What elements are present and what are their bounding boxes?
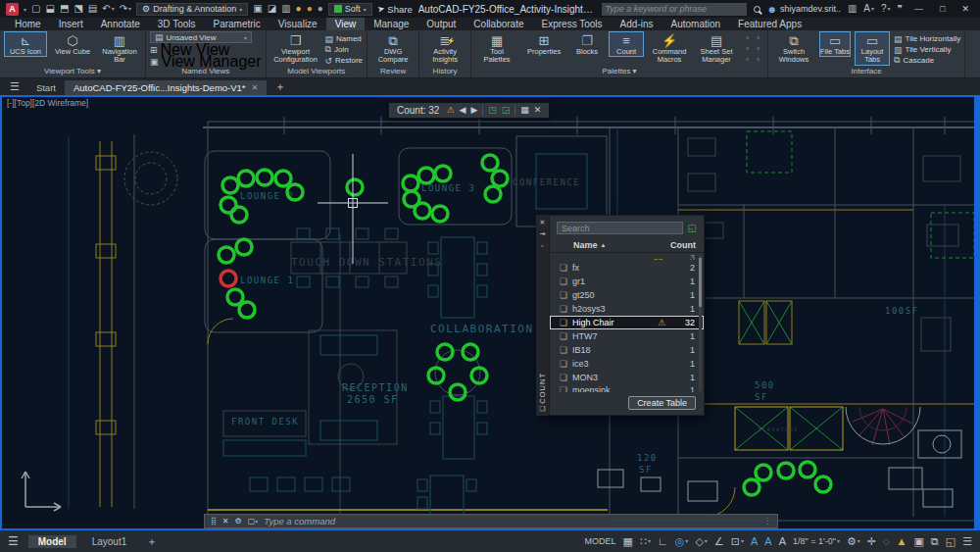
close-icon[interactable]: ✕ xyxy=(534,106,542,115)
minimize-button[interactable]: — xyxy=(909,4,928,14)
ribbon-tab-visualize[interactable]: Visualize xyxy=(270,18,326,30)
save-to-web-icon[interactable]: ◪ xyxy=(268,4,276,14)
annotation-monitor-icon[interactable]: ✛ xyxy=(867,536,876,547)
count-marker-highlight[interactable] xyxy=(482,155,498,171)
ribbon-tab-view[interactable]: View xyxy=(326,18,366,30)
layout1-tab[interactable]: Layout1 xyxy=(82,535,137,548)
ortho-mode-icon[interactable]: ∟ xyxy=(658,536,668,547)
palette-extra-icon[interactable]: ▫ xyxy=(753,55,763,66)
count-marker-highlight[interactable] xyxy=(778,463,794,478)
count-marker-highlight[interactable] xyxy=(418,168,434,183)
palette-extra-icon[interactable]: ▫ xyxy=(742,44,753,55)
panel-title-named-views[interactable]: Named Views xyxy=(150,67,262,77)
recent-commands-icon[interactable]: ▢▾ xyxy=(248,517,259,526)
tile-horizontally-button[interactable]: ▤ Tile Horizontally xyxy=(894,33,960,44)
count-marker-highlight[interactable] xyxy=(347,179,363,195)
ribbon-tab-parametric[interactable]: Parametric xyxy=(204,18,269,30)
count-marker-highlight[interactable] xyxy=(435,166,451,181)
ribbon-tab-home[interactable]: Home xyxy=(6,18,50,30)
ribbon-tab-automation[interactable]: Automation xyxy=(662,18,730,30)
customization-icon[interactable]: ☰ xyxy=(962,536,972,547)
close-button[interactable]: ✕ xyxy=(956,4,974,14)
redo-icon[interactable]: ↷▾ xyxy=(120,4,131,14)
customize-wrench-icon[interactable]: ⚙ xyxy=(235,517,242,526)
auto-hide-icon[interactable]: ⇥ xyxy=(540,229,546,239)
zoom-to-selected-icon[interactable]: ◳ xyxy=(488,106,497,115)
account-menu[interactable]: ☻ shiyamdev.srit.. xyxy=(767,4,841,15)
polar-tracking-icon[interactable]: ◎▾ xyxy=(675,536,689,547)
model-tab[interactable]: Model xyxy=(28,535,76,548)
search-icon[interactable] xyxy=(754,6,760,13)
restore-viewports-button[interactable]: ↺ Restore xyxy=(325,55,364,66)
block-count-row[interactable]: ▂▂3 xyxy=(550,254,704,261)
workspace-switching-icon[interactable]: ⚙▾ xyxy=(847,536,860,547)
command-history-icon[interactable]: ⋮ xyxy=(763,517,771,526)
next-instance-icon[interactable]: ▶ xyxy=(470,106,477,115)
block-count-row[interactable]: ❏gr11 xyxy=(550,275,704,288)
block-count-row[interactable]: ❏gt2501 xyxy=(550,288,704,302)
object-snap-tracking-icon[interactable]: ∠ xyxy=(714,536,724,547)
help-search-box[interactable] xyxy=(602,3,747,16)
count-marker-highlight[interactable] xyxy=(432,206,448,222)
properties-menu-icon[interactable]: ▫ xyxy=(541,241,543,251)
count-marker-highlight[interactable] xyxy=(450,384,466,400)
count-marker-highlight[interactable] xyxy=(485,186,501,202)
count-marker-highlight[interactable] xyxy=(239,302,255,318)
command-line-close-icon[interactable]: ✕ xyxy=(222,517,229,526)
open-file-icon[interactable]: ⬓ xyxy=(45,4,54,14)
command-input-placeholder[interactable]: Type a command xyxy=(264,516,335,527)
count-marker-highlight[interactable] xyxy=(236,239,252,255)
annotation-scale-value[interactable]: 1/8" = 1'-0"▾ xyxy=(793,537,840,546)
count-marker-highlight[interactable] xyxy=(437,344,453,360)
graphics-performance-icon[interactable]: ▲ xyxy=(897,536,907,547)
tile-vertically-button[interactable]: ▥ Tile Vertically xyxy=(894,44,960,55)
new-file-icon[interactable]: ▢ xyxy=(31,4,40,14)
block-count-row-selected[interactable]: ❏High Chair⚠32 xyxy=(550,316,704,329)
undo-icon[interactable]: ↶▾ xyxy=(102,4,114,14)
plot-icon[interactable]: ▤ xyxy=(88,4,97,14)
count-marker-highlight[interactable] xyxy=(463,344,478,360)
count-marker-highlight[interactable] xyxy=(238,171,254,186)
cascade-button[interactable]: ⧉ Cascade xyxy=(894,55,960,66)
count-button[interactable]: ≡ Count xyxy=(609,31,644,57)
model-space-label[interactable]: MODEL xyxy=(585,537,616,546)
switch-windows-button[interactable]: ⧉ Switch Windows xyxy=(772,31,815,66)
previous-instance-icon[interactable]: ◀ xyxy=(459,106,466,115)
block-count-row[interactable]: ❏IB181 xyxy=(550,343,704,357)
ribbon-tab-manage[interactable]: Manage xyxy=(365,18,417,30)
save-as-icon[interactable]: ⬔ xyxy=(74,4,82,14)
feedback-icon[interactable]: ❞ xyxy=(898,4,903,14)
named-viewports-button[interactable]: ▤ Named xyxy=(325,33,364,44)
annotation-autoscale-icon[interactable]: A xyxy=(764,536,771,547)
count-marker-highlight[interactable] xyxy=(756,465,771,480)
name-column-header[interactable]: Name xyxy=(573,240,598,250)
ucs-icon-button[interactable]: ⊾ UCS Icon xyxy=(4,31,47,57)
sheet-set-manager-button[interactable]: ▤ Sheet Set Manager xyxy=(695,31,738,66)
ribbon-tab-output[interactable]: Output xyxy=(417,18,465,30)
create-table-button[interactable]: Create Table xyxy=(628,396,696,410)
help-search-input[interactable] xyxy=(606,4,743,14)
annotation-scale-icon[interactable]: A xyxy=(779,536,786,547)
palette-extra-icon[interactable]: ▫ xyxy=(753,33,763,44)
layout-menu-icon[interactable]: ☰ xyxy=(8,534,23,548)
count-marker-highlight[interactable] xyxy=(222,177,238,193)
clean-screen-icon[interactable]: ▣ xyxy=(913,536,923,547)
close-icon[interactable]: ✕ xyxy=(540,218,546,227)
ribbon-tab-insert[interactable]: Insert xyxy=(50,18,92,30)
panel-title-review[interactable]: Review xyxy=(371,67,415,77)
view-manager-button[interactable]: ▣ View Manager xyxy=(150,56,262,67)
fullscreen-icon[interactable]: ◱ xyxy=(946,536,956,547)
command-line[interactable]: ⣿ ✕ ⚙ ▢▾ Type a command ⋮ xyxy=(204,514,778,528)
lock-ui-icon[interactable]: ● xyxy=(318,4,323,14)
panel-title-palettes[interactable]: Palettes ▾ xyxy=(475,67,763,77)
new-drawing-tab-button[interactable]: ＋ xyxy=(267,79,293,94)
count-marker-highlight[interactable] xyxy=(403,176,418,191)
new-layout-button[interactable]: ＋ xyxy=(142,534,161,549)
warning-icon[interactable]: ⚠ xyxy=(446,106,454,115)
cart-icon[interactable]: ▥ xyxy=(848,4,857,14)
palette-extra-icon[interactable]: ▫ xyxy=(753,44,763,55)
lighting-icon[interactable]: ● xyxy=(307,4,313,14)
view-cube-button[interactable]: ⬡ View Cube xyxy=(51,31,94,57)
count-marker-highlight[interactable] xyxy=(227,289,243,305)
window-interface-icon[interactable]: ⧉ xyxy=(931,536,939,547)
